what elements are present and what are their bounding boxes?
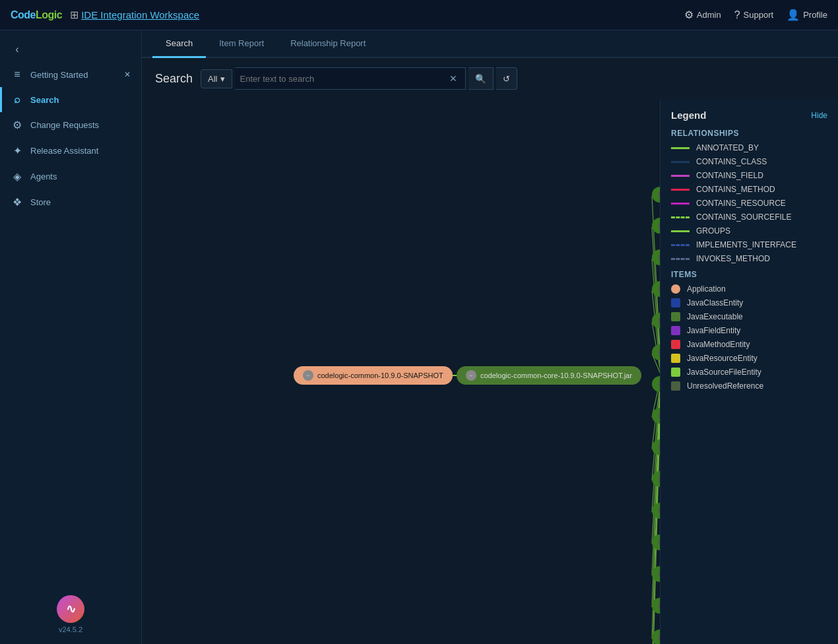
sidebar-item-agents[interactable]: ◈ Agents [0,164,141,189]
getting-started-icon: ≡ [11,69,24,80]
class-node-expand-button[interactable]: + [659,315,660,326]
legend-relationship-item: IMPLEMENTS_INTERFACE [671,240,827,249]
legend-line-indicator [671,216,690,218]
tab-search[interactable]: Search [152,30,206,58]
legend-item-color [671,381,680,391]
legend-line-indicator [671,175,690,177]
class-node-expand-button[interactable]: + [659,379,660,389]
class-node-expand-button[interactable]: + [659,284,660,294]
class-node[interactable]: +ImpactViewDTO.class [652,249,660,265]
class-node-expand-button[interactable]: + [659,474,660,484]
workspace-link[interactable]: IDE Integration Workspace [81,9,199,20]
class-node[interactable]: +IngestionRequestCsvApiBatchPublisher.cl… [652,566,660,582]
class-node-expand-button[interactable]: + [659,347,660,358]
legend-item-color [671,368,680,377]
legend-title: Legend [671,110,706,121]
sidebar-item-label: Getting Started [30,70,88,80]
legend-relationship-label: CONTAINS_FIELD [696,171,763,180]
legend-relationship-item: CONTAINS_METHOD [671,185,827,194]
class-node[interactable]: +IngestionFinalizeResultDTO.class [652,313,660,329]
sidebar-item-label: Search [30,95,59,105]
gear-icon: ⚙ [684,9,693,21]
class-node[interactable]: +IngestionRequestCsvFileBatchPublisher.c… [652,598,660,614]
search-bar-area: Search All ▾ ✕ 🔍 ↺ [142,58,838,99]
tab-item-report[interactable]: Item Report [206,30,277,58]
profile-button[interactable]: 👤 Profile [787,9,827,21]
class-node-expand-button[interactable]: + [659,569,660,579]
sidebar-item-change-requests[interactable]: ⚙ Change Requests [0,112,141,138]
version-badge: ∿ [57,595,84,623]
class-node[interactable]: +IFinalizeTransformCallback.class [652,218,660,234]
sidebar-item-collapse[interactable]: ‹ [0,37,141,62]
class-node-expand-button[interactable]: + [659,505,660,516]
class-node[interactable]: +IngestionRequestCollector.class [652,534,660,550]
legend-item-entry: JavaFieldEntity [671,326,827,335]
tabs-bar: Search Item Report Relationship Report [142,30,838,58]
class-node-expand-button[interactable]: + [659,632,660,643]
class-node-expand-button[interactable]: + [659,537,660,548]
node-collapse-button[interactable]: − [466,370,476,381]
search-input[interactable] [240,74,447,84]
class-node[interactable]: +IDependNodeDTO.class [652,187,660,203]
support-button[interactable]: ? Support [734,9,773,21]
node-collapse-button[interactable]: − [303,370,313,381]
class-node-expand-button[interactable]: + [659,442,660,453]
legend-item-label: JavaFieldEntity [687,326,740,335]
graph-legend-area: − codelogic-common-10.9.0-SNAPSHOT − cod… [142,99,838,644]
legend-line-indicator [671,189,690,191]
legend-item-label: JavaResourceEntity [687,354,757,363]
version-text: v24.5.2 [59,626,82,633]
sidebar-item-store[interactable]: ❖ Store [0,189,141,215]
class-node[interactable]: +IngestionData.class [652,281,660,297]
legend-items: ApplicationJavaClassEntityJavaExecutable… [671,284,827,391]
tab-relationship-report[interactable]: Relationship Report [277,30,379,58]
legend-item-color [671,340,680,349]
class-node[interactable]: +IngestionRequestDTO.class [652,629,660,644]
legend-item-entry: JavaClassEntity [671,298,827,307]
legend-line-indicator [671,230,690,232]
clear-search-button[interactable]: ✕ [447,73,460,84]
sidebar-item-release-assistant[interactable]: ✦ Release Assistant [0,138,141,164]
legend-line-indicator [671,147,690,149]
class-node-expand-button[interactable]: + [659,410,660,421]
admin-button[interactable]: ⚙ Admin [684,9,721,21]
class-node-expand-button[interactable]: + [659,220,660,231]
grid-icon: ⊞ [70,9,79,21]
sidebar-item-search[interactable]: ⌕ Search [0,87,141,112]
legend-item-entry: JavaSourceFileEntity [671,368,827,377]
legend-item-entry: UnresolvedReference [671,381,827,391]
legend-relationship-label: CONTAINS_SOURCEFILE [696,212,791,222]
store-icon: ❖ [11,196,24,209]
class-node-expand-button[interactable]: + [659,189,660,200]
legend-relationship-item: ANNOTATED_BY [671,143,827,152]
class-node-expand-button[interactable]: + [659,252,660,263]
class-node[interactable]: +IngestionRequest.class [652,408,660,424]
filter-dropdown[interactable]: All ▾ [201,69,232,88]
class-node-expand-button[interactable]: + [659,600,660,611]
legend-line-indicator [671,203,690,205]
legend-panel: Legend Hide Relationships ANNOTATED_BYCO… [660,99,838,644]
search-submit-button[interactable]: 🔍 [468,67,494,90]
main-layout: ‹ ≡ Getting Started ✕ ⌕ Search ⚙ Change … [0,30,838,644]
close-getting-started-button[interactable]: ✕ [124,70,131,79]
sidebar: ‹ ≡ Getting Started ✕ ⌕ Search ⚙ Change … [0,30,142,644]
legend-item-color [671,354,680,363]
search-controls: All ▾ ✕ 🔍 ↺ [201,67,517,90]
jar-node[interactable]: − codelogic-common-core-10.9.0-SNAPSHOT.… [457,366,641,385]
legend-relationship-label: INVOKES_METHOD [696,254,770,263]
person-icon: 👤 [787,9,800,21]
class-node[interactable]: +IngestionRequestBatchPublisherFactory$1… [652,471,660,487]
graph-area[interactable]: − codelogic-common-10.9.0-SNAPSHOT − cod… [142,99,660,644]
class-node[interactable]: +IngestionPropertiesSerializable.class [652,376,660,392]
change-requests-icon: ⚙ [11,119,24,131]
sidebar-bottom: ∿ v24.5.2 [0,585,141,644]
app-node[interactable]: − codelogic-common-10.9.0-SNAPSHOT [294,366,453,385]
search-input-wrapper: ✕ [235,67,466,90]
class-node[interactable]: +IngestionRequestBatchPublisherFactory.c… [652,503,660,519]
class-node[interactable]: +IngestionRequestBatchPublisher.class [652,439,660,455]
sidebar-item-getting-started[interactable]: ≡ Getting Started ✕ [0,62,141,87]
search-reset-button[interactable]: ↺ [496,67,517,90]
legend-hide-button[interactable]: Hide [811,111,827,120]
class-node[interactable]: +IngestionMetaDataDTO.class [652,344,660,360]
content-area: Search Item Report Relationship Report S… [142,30,838,644]
